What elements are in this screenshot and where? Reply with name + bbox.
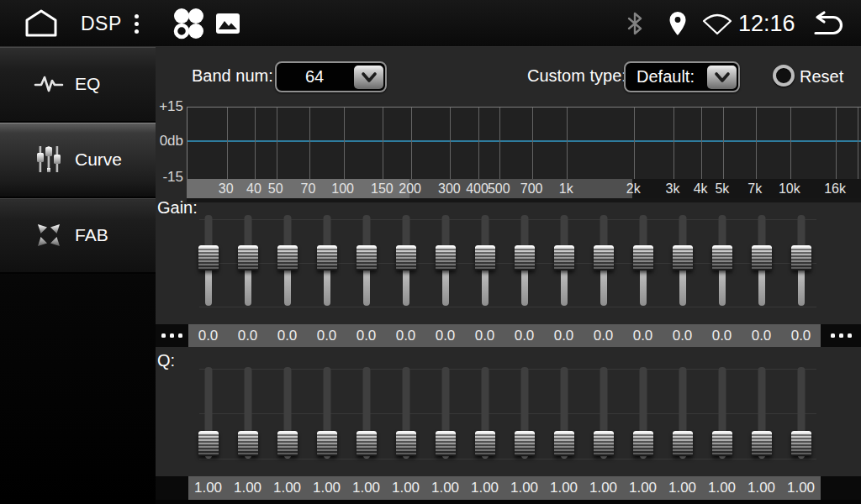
sliders-icon [34, 144, 64, 175]
q-more-right-button[interactable] [821, 476, 861, 500]
gridline [383, 108, 383, 179]
gallery-icon[interactable] [215, 0, 240, 47]
gain-slider[interactable] [742, 210, 781, 323]
gain-slider[interactable] [584, 210, 623, 323]
q-slider-thumb[interactable] [436, 431, 456, 456]
q-slider-thumb[interactable] [357, 431, 377, 456]
q-slider-thumb[interactable] [475, 431, 495, 456]
gain-value: 0.0 [267, 324, 307, 347]
reset-radio-button[interactable] [773, 65, 795, 87]
freq-tick-label: 10k [779, 179, 800, 198]
sidebar-item-curve[interactable]: Curve [0, 123, 156, 198]
q-slider-thumb[interactable] [791, 431, 811, 456]
band-num-dropdown[interactable]: 64 [275, 61, 387, 92]
custom-type-dropdown[interactable]: Default: [624, 61, 740, 92]
more-vert-icon[interactable] [135, 0, 139, 47]
gain-slider[interactable] [188, 210, 228, 323]
q-slider-thumb[interactable] [198, 431, 219, 456]
location-icon[interactable] [667, 0, 689, 47]
gain-slider-thumb[interactable] [633, 245, 653, 270]
gain-slider[interactable] [663, 210, 702, 323]
gain-slider[interactable] [544, 210, 584, 323]
eq-curve-plot[interactable] [187, 107, 861, 179]
q-slider-thumb[interactable] [633, 431, 653, 456]
q-slider[interactable] [742, 361, 781, 475]
gain-slider-thumb[interactable] [357, 245, 377, 270]
gain-value: 0.0 [584, 324, 623, 347]
gain-values-bar: 0.00.00.00.00.00.00.00.00.00.00.00.00.00… [156, 324, 861, 347]
gain-slider-thumb[interactable] [396, 245, 416, 270]
gain-slider-thumb[interactable] [791, 245, 811, 270]
frequency-axis[interactable]: 304050701001502003004005007001k2k3k4k5k7… [187, 179, 861, 198]
gain-slider-thumb[interactable] [594, 245, 614, 270]
q-slider[interactable] [228, 361, 267, 475]
gain-slider-thumb[interactable] [475, 245, 495, 270]
apps-clover-icon[interactable] [171, 0, 206, 47]
gain-slider-thumb[interactable] [673, 245, 693, 270]
gain-slider[interactable] [228, 210, 267, 323]
q-slider-thumb[interactable] [712, 431, 732, 456]
gain-slider-thumb[interactable] [277, 245, 298, 270]
gain-more-left-button[interactable] [156, 324, 188, 347]
q-slider[interactable] [425, 361, 465, 475]
gain-slider-thumb[interactable] [198, 245, 219, 270]
gain-slider-thumb[interactable] [712, 245, 732, 270]
q-slider-thumb[interactable] [238, 431, 258, 456]
q-slider[interactable] [544, 361, 584, 475]
gain-slider[interactable] [702, 210, 742, 323]
gain-slider-thumb[interactable] [317, 245, 337, 270]
back-icon[interactable] [807, 0, 848, 47]
gridline [836, 108, 837, 179]
gain-slider-thumb[interactable] [238, 245, 258, 270]
gridline [634, 108, 635, 179]
gain-slider-thumb[interactable] [752, 245, 772, 270]
gain-slider[interactable] [386, 210, 425, 323]
q-slider[interactable] [346, 361, 386, 475]
sidebar-item-label: Curve [75, 150, 122, 170]
freq-tick-label: 50 [268, 179, 283, 198]
q-slider-thumb[interactable] [554, 431, 574, 456]
q-slider-thumb[interactable] [317, 431, 337, 456]
gain-slider[interactable] [267, 210, 307, 323]
q-slider[interactable] [504, 361, 544, 475]
gain-slider-thumb[interactable] [554, 245, 574, 270]
sidebar-item-fab[interactable]: FAB [0, 198, 156, 274]
gain-slider[interactable] [623, 210, 663, 323]
wifi-icon[interactable] [701, 0, 733, 47]
q-slider[interactable] [663, 361, 702, 475]
sidebar-item-label: EQ [75, 74, 100, 94]
home-icon[interactable] [22, 0, 61, 47]
q-slider[interactable] [188, 361, 228, 475]
q-slider[interactable] [386, 361, 425, 475]
q-slider[interactable] [465, 361, 504, 475]
gain-slider[interactable] [425, 210, 465, 323]
gain-slider[interactable] [781, 210, 821, 323]
gain-more-right-button[interactable] [821, 324, 861, 347]
q-slider-thumb[interactable] [673, 431, 693, 456]
q-values-bar: 1.001.001.001.001.001.001.001.001.001.00… [156, 476, 861, 500]
bottom-strip [156, 500, 861, 504]
q-slider-thumb[interactable] [752, 431, 772, 456]
bluetooth-icon[interactable] [623, 0, 647, 47]
q-slider[interactable] [781, 361, 821, 475]
q-slider-thumb[interactable] [396, 431, 416, 456]
q-slider[interactable] [267, 361, 307, 475]
gain-slider-thumb[interactable] [436, 245, 456, 270]
q-slider-thumb[interactable] [515, 431, 535, 456]
gain-slider[interactable] [346, 210, 386, 323]
gain-slider[interactable] [504, 210, 544, 323]
gain-slider-thumb[interactable] [515, 245, 535, 270]
q-slider[interactable] [584, 361, 623, 475]
gain-slider[interactable] [465, 210, 504, 323]
q-slider[interactable] [307, 361, 346, 475]
chevron-down-icon[interactable] [354, 66, 383, 89]
q-slider-thumb[interactable] [594, 431, 614, 456]
sidebar-item-eq[interactable]: EQ [0, 47, 156, 123]
gain-slider[interactable] [307, 210, 346, 323]
chevron-down-icon[interactable] [707, 66, 737, 89]
q-slider[interactable] [702, 361, 742, 475]
q-slider[interactable] [623, 361, 663, 475]
q-slider-thumb[interactable] [277, 431, 298, 456]
clock: 12:16 [738, 0, 795, 47]
q-more-left-button[interactable] [156, 476, 188, 500]
